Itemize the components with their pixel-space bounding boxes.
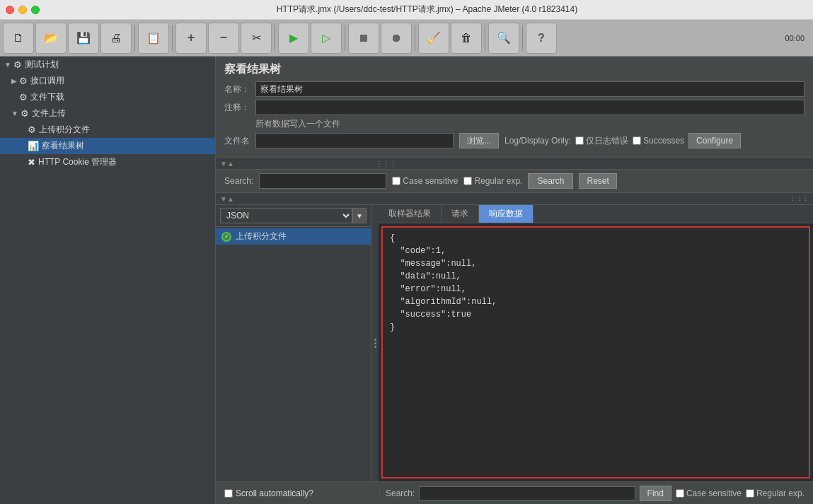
- format-selector-row: JSON XML HTML Text ▼: [216, 205, 371, 227]
- sidebar-item-file-upload[interactable]: ▼ ⚙ 文件上传: [0, 105, 215, 122]
- tab-response-data[interactable]: 响应数据: [479, 205, 534, 223]
- upload-icon: ⚙: [21, 108, 29, 119]
- format-select[interactable]: JSON XML HTML Text: [220, 208, 352, 223]
- panel-header: 察看结果树 名称： 注释： 所有数据写入一个文件 文件名 浏览... Log/D…: [216, 57, 813, 157]
- play-button[interactable]: ▶: [278, 23, 309, 54]
- toolbar: 🗋 📂 💾 🖨 📋 + − ✂ ▶ ▷ ⏹ ⏺ 🧹 🗑 🔍 ? 00:00: [0, 20, 813, 57]
- sidebar-item-http-cookie[interactable]: ▶ ✖ HTTP Cookie 管理器: [0, 154, 215, 170]
- minimize-button[interactable]: [18, 6, 27, 14]
- result-item-upload[interactable]: ✓ 上传积分文件: [216, 228, 371, 245]
- vertical-resize-handle[interactable]: [371, 205, 379, 481]
- filename-input[interactable]: [255, 133, 454, 148]
- file-label: 文件名: [224, 135, 250, 147]
- result-list-area: ✓ 上传积分文件: [216, 227, 371, 481]
- case-sensitive-checkbox[interactable]: [392, 177, 400, 185]
- name-input[interactable]: [255, 81, 805, 97]
- browse-button[interactable]: 浏览...: [459, 133, 499, 148]
- success-option[interactable]: Successes: [633, 136, 684, 146]
- success-icon: ✓: [221, 232, 231, 242]
- scroll-auto-label: Scroll automatically?: [236, 488, 313, 498]
- open-button[interactable]: 📂: [35, 23, 67, 54]
- main-area: ▼ ⚙ 测试计划 ▶ ⚙ 接口调用 ▶ ⚙ 文件下载 ▼ ⚙ 文件上传 ▶ ⚙ …: [0, 57, 813, 504]
- add-button[interactable]: +: [175, 23, 207, 54]
- comment-row: 注释：: [224, 100, 805, 115]
- error-only-checkbox[interactable]: [575, 136, 584, 145]
- bottom-right-section: Search: Find Case sensitive Regular exp.: [386, 486, 805, 501]
- expand-arrow: ▶: [11, 77, 17, 85]
- bottom-case-sensitive-label: Case sensitive: [686, 488, 742, 498]
- log-display-label: Log/Display Only:: [504, 136, 571, 146]
- bottom-search-input[interactable]: [419, 486, 635, 500]
- sidebar-item-file-download[interactable]: ▶ ⚙ 文件下载: [0, 89, 215, 105]
- saveas-button[interactable]: 🖨: [100, 23, 132, 54]
- new-button[interactable]: 🗋: [3, 23, 34, 54]
- clearall-button[interactable]: 🗑: [451, 23, 482, 54]
- separator-7: [522, 25, 523, 51]
- expand-arrow: ▼: [11, 110, 18, 117]
- save-button[interactable]: 💾: [68, 23, 99, 54]
- name-row: 名称：: [224, 81, 805, 97]
- configure-button[interactable]: Configure: [688, 133, 741, 148]
- name-label: 名称：: [224, 83, 250, 95]
- content-split: JSON XML HTML Text ▼ ✓ 上传积分文件: [216, 205, 813, 481]
- tree-item-label: 接口调用: [30, 75, 64, 87]
- tree-item-label: 上传积分文件: [39, 124, 90, 136]
- right-content-pane: 取样器结果 请求 响应数据 { "code":1, "message":null…: [379, 205, 813, 481]
- bottom-case-sensitive-option[interactable]: Case sensitive: [676, 488, 742, 498]
- title-bar: HTTP请求.jmx (/Users/ddc-test/HTTP请求.jmx) …: [0, 0, 813, 20]
- reset-button[interactable]: Reset: [579, 173, 616, 189]
- tree-item-label: HTTP Cookie 管理器: [38, 156, 117, 168]
- resize-handle-top: ⋮⋮⋮: [376, 160, 397, 168]
- expand-arrow: ▼: [4, 61, 11, 69]
- case-sensitive-label: Case sensitive: [403, 176, 458, 186]
- scissors-button[interactable]: ✂: [241, 23, 272, 54]
- bottom-regex-option[interactable]: Regular exp.: [746, 488, 805, 498]
- separator-2: [172, 25, 173, 51]
- maximize-button[interactable]: [31, 6, 40, 14]
- json-text: { "code":1, "message":null, "data":null,…: [390, 232, 802, 334]
- sidebar-item-test-plan[interactable]: ▼ ⚙ 测试计划: [0, 57, 215, 73]
- search-button[interactable]: Search: [528, 173, 573, 189]
- help-button[interactable]: ?: [526, 23, 557, 54]
- error-only-label: 仅日志错误: [586, 135, 628, 147]
- sidebar-item-interface-debug[interactable]: ▶ ⚙ 接口调用: [0, 73, 215, 89]
- bottom-case-sensitive-checkbox[interactable]: [676, 489, 684, 498]
- download-icon: ⚙: [19, 92, 28, 102]
- tab-request[interactable]: 请求: [442, 205, 479, 223]
- play-check-button[interactable]: ▷: [311, 23, 342, 54]
- gear-icon: ⚙: [13, 59, 22, 70]
- shutdown-button[interactable]: ⏺: [381, 23, 412, 54]
- tabs-bar: 取样器结果 请求 响应数据: [379, 205, 813, 223]
- sidebar-item-upload-file[interactable]: ▶ ⚙ 上传积分文件: [0, 122, 215, 138]
- stop-button[interactable]: ⏹: [348, 23, 379, 54]
- bottom-regex-checkbox[interactable]: [746, 489, 754, 498]
- sidebar-item-view-result-tree[interactable]: ▶ 📊 察看结果树: [0, 138, 215, 154]
- remove-button[interactable]: −: [208, 23, 239, 54]
- regex-checkbox[interactable]: [463, 177, 472, 185]
- tab-sampler-result[interactable]: 取样器结果: [379, 205, 442, 223]
- collapse-arrows[interactable]: ▼▲: [220, 160, 234, 168]
- bottom-left-section: Scroll automatically?: [224, 488, 380, 498]
- scroll-auto-area: Scroll automatically?: [224, 488, 379, 498]
- find-button[interactable]: Find: [640, 486, 671, 501]
- tree-item-label: 文件下载: [30, 91, 64, 103]
- magnify-button[interactable]: 🔍: [488, 23, 519, 54]
- file-note-text: 所有数据写入一个文件: [255, 118, 340, 130]
- broom-button[interactable]: 🧹: [418, 23, 449, 54]
- copy-button[interactable]: 📋: [138, 23, 169, 54]
- collapse-arrows-2[interactable]: ▼▲: [220, 195, 234, 203]
- close-button[interactable]: [6, 6, 14, 14]
- format-dropdown-button[interactable]: ▼: [352, 208, 367, 223]
- regex-option[interactable]: Regular exp.: [463, 176, 522, 186]
- chart-icon: 📊: [28, 141, 39, 151]
- error-only-option[interactable]: 仅日志错误: [575, 135, 628, 147]
- search-input[interactable]: [259, 173, 386, 189]
- tree-item-label: 测试计划: [25, 59, 59, 71]
- resize-dot: [374, 346, 376, 348]
- elapsed-time: 00:00: [785, 34, 810, 42]
- scroll-auto-checkbox[interactable]: [224, 489, 233, 498]
- comment-label: 注释：: [224, 102, 250, 114]
- success-checkbox[interactable]: [633, 136, 641, 145]
- case-sensitive-option[interactable]: Case sensitive: [392, 176, 458, 186]
- comment-input[interactable]: [255, 100, 805, 115]
